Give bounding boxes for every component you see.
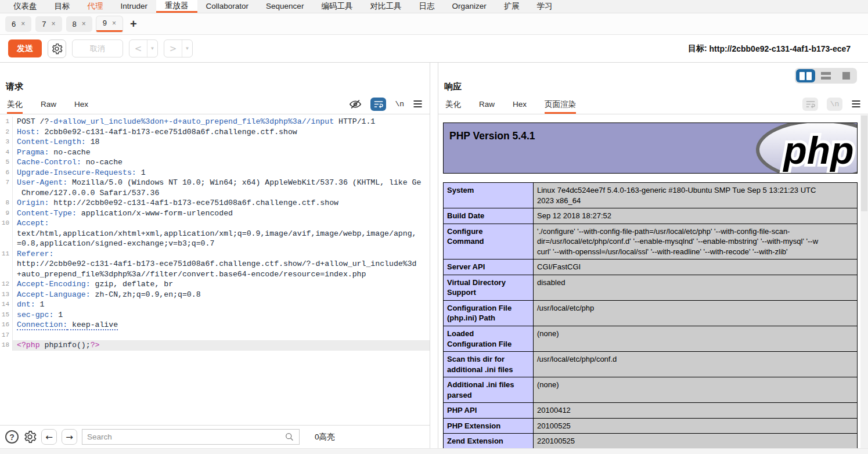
info-label: Virtual Directory Support bbox=[444, 275, 534, 300]
wrap-toggle-button[interactable] bbox=[370, 98, 386, 111]
menu-item-proxy[interactable]: 代理 bbox=[79, 0, 112, 13]
menu-item-logger[interactable]: 日志 bbox=[410, 0, 443, 13]
line-text: Host: 2cbb0e92-c131-4af1-b173-ece751d08a… bbox=[12, 127, 430, 138]
line-number: 3 bbox=[0, 137, 12, 147]
menu-item-decoder[interactable]: 编码工具 bbox=[312, 0, 361, 13]
search-input[interactable] bbox=[87, 433, 281, 441]
send-settings-button[interactable] bbox=[48, 39, 66, 58]
request-tab-Hex[interactable]: Hex bbox=[74, 96, 88, 114]
menu-hamburger-icon[interactable] bbox=[413, 100, 423, 108]
history-forward-button[interactable]: > ▼ bbox=[164, 39, 193, 57]
menu-item-collaborator[interactable]: Collaborator bbox=[197, 0, 258, 13]
gear-icon bbox=[51, 43, 63, 55]
repeater-tab-8[interactable]: 8× bbox=[66, 16, 92, 32]
panel-divider[interactable] bbox=[430, 63, 438, 448]
code-segment: Connection: bbox=[17, 320, 67, 330]
response-tab-页面渲染[interactable]: 页面渲染 bbox=[545, 96, 576, 114]
newline-label: \n bbox=[830, 100, 840, 109]
menu-hamburger-icon[interactable] bbox=[851, 100, 861, 108]
line-text: <?php phpinfo();?> bbox=[12, 340, 430, 351]
info-label: Scan this dir for additional .ini files bbox=[444, 352, 534, 377]
info-row: SystemLinux 7e4dc524ee7f 5.4.0-163-gener… bbox=[444, 183, 858, 208]
info-row: Zend Extension220100525 bbox=[444, 434, 858, 448]
menu-item-learn[interactable]: 学习 bbox=[528, 0, 561, 13]
menu-item-comparer[interactable]: 对比工具 bbox=[361, 0, 410, 13]
history-back-button[interactable]: < ▼ bbox=[129, 39, 158, 57]
info-row: Server APICGI/FastCGI bbox=[444, 260, 858, 275]
response-tab-美化[interactable]: 美化 bbox=[445, 96, 461, 114]
code-segment: Mozilla/5.0 (Windows NT 10.0; Win64; x64… bbox=[67, 178, 421, 187]
hide-eye-icon[interactable] bbox=[349, 99, 362, 110]
info-value: /usr/local/etc/php/conf.d bbox=[534, 352, 858, 377]
show-newlines-toggle-disabled: \n bbox=[827, 98, 842, 111]
menu-bar: 仪表盘目标代理Intruder重放器CollaboratorSequencer编… bbox=[0, 0, 868, 13]
layout-toggle-group bbox=[795, 68, 857, 84]
request-line: 17 bbox=[0, 330, 430, 341]
response-scrollbar[interactable] bbox=[860, 115, 868, 448]
tab-close-icon[interactable]: × bbox=[112, 20, 116, 27]
code-segment: 1 bbox=[35, 300, 45, 309]
code-segment: Chrome/127.0.0.0 Safari/537.36 bbox=[17, 189, 159, 197]
menu-item-extensions[interactable]: 扩展 bbox=[495, 0, 528, 13]
back-dropdown-icon[interactable]: ▼ bbox=[147, 40, 157, 57]
layout-rows-button[interactable] bbox=[816, 69, 835, 82]
repeater-tab-row: 6×7×8×9× + bbox=[0, 13, 868, 35]
request-line: 15sec-gpc: 1 bbox=[0, 310, 430, 320]
menu-item-target[interactable]: 目标 bbox=[46, 0, 79, 13]
menu-item-dashboard[interactable]: 仪表盘 bbox=[5, 0, 46, 13]
show-newlines-toggle[interactable]: \n bbox=[395, 100, 404, 109]
tab-close-icon[interactable]: × bbox=[21, 20, 25, 27]
menu-item-repeater[interactable]: 重放器 bbox=[156, 0, 197, 13]
add-tab-button[interactable]: + bbox=[130, 17, 137, 31]
menu-item-sequencer[interactable]: Sequencer bbox=[257, 0, 312, 13]
menu-item-intruder[interactable]: Intruder bbox=[112, 0, 157, 13]
layout-columns-button[interactable] bbox=[796, 69, 815, 82]
line-text: User-Agent: Mozilla/5.0 (Windows NT 10.0… bbox=[12, 178, 430, 188]
next-match-button[interactable]: → bbox=[62, 429, 77, 445]
send-button[interactable]: 发送 bbox=[8, 39, 42, 57]
request-tab-美化[interactable]: 美化 bbox=[7, 96, 23, 114]
forward-dropdown-icon[interactable]: ▼ bbox=[182, 40, 192, 57]
response-tab-Raw[interactable]: Raw bbox=[479, 96, 495, 114]
request-line: 5Cache-Control: no-cache bbox=[0, 157, 430, 168]
line-text: Accept: bbox=[12, 218, 430, 229]
line-text: Cache-Control: no-cache bbox=[12, 157, 430, 168]
line-text: Pragma: no-cache bbox=[12, 147, 430, 158]
code-segment: phpinfo(); bbox=[40, 341, 91, 349]
svg-text:php: php bbox=[783, 129, 854, 172]
line-number: 4 bbox=[0, 147, 12, 158]
search-settings-gear-icon[interactable] bbox=[23, 430, 37, 444]
code-segment: 2cbb0e92-c131-4af1-b173-ece751d08a6f.cha… bbox=[40, 128, 297, 136]
response-tab-Hex[interactable]: Hex bbox=[513, 96, 527, 114]
line-text: Content-Length: 18 bbox=[12, 137, 430, 147]
code-segment: POST /? bbox=[17, 117, 49, 126]
code-segment: no-cache bbox=[49, 148, 90, 157]
tab-close-icon[interactable]: × bbox=[82, 20, 86, 27]
line-number bbox=[0, 239, 12, 249]
cancel-button[interactable]: 取消 bbox=[72, 39, 123, 57]
tab-close-icon[interactable]: × bbox=[51, 20, 55, 27]
line-number bbox=[0, 269, 12, 280]
help-icon[interactable]: ? bbox=[5, 430, 19, 444]
line-number: 18 bbox=[0, 340, 12, 351]
line-text: Accept-Encoding: gzip, deflate, br bbox=[12, 279, 430, 290]
request-line: 4Pragma: no-cache bbox=[0, 147, 430, 158]
scrollbar-thumb[interactable] bbox=[861, 116, 867, 211]
request-tab-Raw[interactable]: Raw bbox=[41, 96, 56, 114]
code-segment: Accept-Encoding: bbox=[17, 280, 91, 289]
layout-single-button[interactable] bbox=[837, 69, 856, 82]
code-segment: Host: bbox=[17, 128, 40, 136]
menu-item-organizer[interactable]: Organizer bbox=[443, 0, 495, 13]
request-tab-icons: \n bbox=[349, 96, 423, 114]
columns-icon bbox=[806, 72, 812, 80]
info-value: './configure' '--with-config-file-path=/… bbox=[534, 224, 858, 260]
request-editor[interactable]: 1POST /?-d+allow_url_include%3don+-d+aut… bbox=[0, 115, 430, 424]
line-number: 6 bbox=[0, 168, 12, 178]
request-line: 12Accept-Encoding: gzip, deflate, br bbox=[0, 279, 430, 290]
repeater-tab-6[interactable]: 6× bbox=[5, 16, 31, 32]
line-text: Content-Type: application/x-www-form-url… bbox=[12, 208, 430, 219]
prev-match-button[interactable]: ← bbox=[41, 429, 57, 445]
repeater-tab-9[interactable]: 9× bbox=[96, 16, 123, 32]
line-text: Connection: keep-alive bbox=[12, 320, 430, 330]
repeater-tab-7[interactable]: 7× bbox=[35, 16, 62, 32]
